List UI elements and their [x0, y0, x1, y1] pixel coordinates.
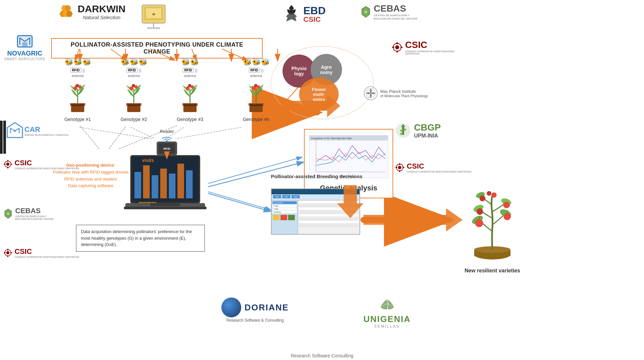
svg-rect-67 — [71, 104, 84, 106]
svg-rect-74 — [128, 104, 140, 106]
main-title: POLLINATOR-ASSISTED PHENOTYPING UNDER CL… — [51, 38, 263, 59]
data-acq-text: Data acquisition determining pollinators… — [81, 229, 192, 247]
svg-rect-58 — [11, 164, 12, 165]
rfid-badge-n: RFID — [249, 68, 260, 73]
svg-rect-63 — [4, 252, 6, 253]
bs-btn1: File — [273, 195, 281, 198]
csic-cbgp-sub: CONSEJO SUPERIOR DE INVESTIGACIONES CIEN… — [407, 171, 472, 173]
bs-row1 — [299, 201, 359, 204]
svg-point-125 — [475, 219, 483, 227]
svg-rect-88 — [250, 104, 262, 106]
rfid-signal-3: )) — [195, 68, 197, 73]
bee-cluster-3: 🐝 🐝 — [172, 58, 208, 66]
bs-content: Genotypes Trials Traits Analysis — [272, 200, 360, 234]
bee-3a: 🐝 — [181, 58, 190, 66]
geo-line3: Data capturing software — [53, 182, 129, 189]
novagric-icon — [15, 33, 35, 50]
rfid-signal-2: )) — [138, 68, 141, 73]
svg-line-18 — [109, 126, 126, 149]
svg-rect-101 — [152, 175, 158, 198]
svg-point-131 — [487, 191, 491, 196]
omics-container: Physiology Agronomy Flowermulti-omics — [279, 51, 375, 114]
bee-cluster-n: 🐝 🐝 🐝 — [238, 58, 274, 66]
bs-thumb1 — [273, 215, 280, 220]
reader-label: Reader — [160, 129, 174, 134]
svg-text:visits: visits — [142, 158, 154, 163]
svg-rect-50 — [402, 167, 404, 168]
svg-point-78 — [132, 84, 135, 87]
darkwin-name: DARKWIN — [78, 3, 126, 15]
laptop-area: visits genotype — [124, 152, 207, 225]
logo-ebd: EBD CSIC — [283, 3, 326, 25]
bee-3b: 🐝 — [190, 58, 199, 66]
svg-line-147 — [131, 127, 155, 139]
new-varieties-section: New resilient varieties — [456, 179, 529, 274]
genotype-n-col: 🐝 🐝 🐝 RFID )) antenna Genotype #n — [230, 58, 283, 122]
unigenia-name: UNIGENIA — [363, 314, 411, 324]
svg-rect-37 — [397, 42, 398, 44]
svg-rect-102 — [160, 169, 167, 198]
rfid-badge-3: RFID — [183, 68, 194, 73]
unigenia-icon — [374, 298, 400, 314]
logo-unigenia: UNIGENIA SEMILLAS — [363, 298, 411, 328]
bs-row5 — [299, 214, 359, 217]
bee-nc: 🐝 — [261, 58, 270, 66]
rfid-antenna-3: RFID )) — [183, 68, 197, 73]
bee-nb: 🐝 — [252, 58, 261, 66]
svg-rect-57 — [4, 164, 6, 165]
bs-item3: Traits — [273, 208, 297, 210]
data-acquisition-box: Data acquisition determining pollinators… — [76, 225, 205, 252]
svg-point-127 — [476, 208, 483, 215]
genotype-2-col: 🐝 🐝 🐝 RFID )) antenna Genotype #2 — [111, 58, 157, 122]
plant-svg-3 — [175, 79, 205, 115]
bs-row8 — [299, 224, 359, 227]
genotype-1-col: 🐝 🐝 🐝 RFID )) antenna — [55, 58, 101, 122]
svg-line-146 — [79, 127, 152, 139]
bs-item4: Analysis — [273, 211, 297, 213]
rfid-antenna-2: RFID )) — [127, 68, 141, 73]
cebas-right-text: CEBAS — [374, 3, 417, 14]
bs-row4 — [299, 211, 359, 214]
plant-svg-1 — [63, 79, 93, 115]
tomato-plant-svg — [459, 179, 525, 264]
rfid-signal-n: )) — [261, 68, 263, 73]
svg-rect-56 — [7, 167, 8, 168]
bee-1b: 🐝 — [73, 58, 82, 66]
cbgp-icon — [395, 122, 411, 139]
genotype-n-label: Genotype #n — [243, 117, 269, 122]
svg-point-36 — [395, 45, 399, 49]
bs-item1: Genotypes — [273, 201, 297, 204]
bs-row6 — [299, 218, 359, 220]
logo-csic-bottom-left: CSIC CONSEJO SUPERIOR DE INVESTIGACIONES… — [3, 247, 79, 258]
genotype-3-label: Genotype #3 — [177, 117, 203, 122]
bs-sidebar: Genotypes Trials Traits Analysis — [272, 200, 298, 234]
bee-cluster-2: 🐝 🐝 🐝 — [116, 58, 152, 66]
bs-thumb2 — [280, 215, 287, 220]
novagric-name: NOVAGRIC — [3, 50, 46, 57]
bs-main — [298, 200, 360, 234]
svg-line-138 — [208, 157, 302, 183]
device-image: 📦 — [139, 3, 169, 31]
car-icon — [7, 122, 23, 140]
laptop-svg: visits genotype — [124, 152, 207, 225]
ebd-eagle-icon — [283, 3, 301, 25]
bee-na: 🐝 — [243, 58, 252, 66]
bs-toolbar: File Edit View — [272, 194, 360, 200]
svg-point-54 — [6, 162, 10, 166]
cebas-left-text: CEBAS — [15, 207, 54, 215]
plant-svg-2 — [119, 79, 149, 115]
svg-marker-137 — [363, 208, 463, 231]
cebas-left-sub: CENTRO DE EDAFOLOGÍA YBIOLOGÍA APLICADA … — [15, 215, 54, 221]
bee-2c: 🐝 — [138, 58, 147, 66]
svg-rect-81 — [184, 104, 196, 106]
logo-cebas-right: CEBAS CENTRO DE EDAFOLOGÍA YBIOLOGÍA APL… — [360, 3, 417, 20]
logo-doriane: DORIANE Research Software & Consulting — [221, 298, 289, 323]
doriane-circle-icon — [221, 298, 241, 317]
rfid-antenna-1: RFID )) — [70, 68, 85, 73]
antenna-label-2: antenna — [128, 74, 140, 78]
geo-line1: Pollinator hive with RFID tagged drones — [53, 169, 129, 176]
svg-rect-39 — [392, 47, 394, 48]
csic-ebd-text: CSIC — [303, 16, 326, 23]
cbgp-text: CBGP — [414, 122, 441, 133]
svg-rect-99 — [134, 172, 141, 198]
